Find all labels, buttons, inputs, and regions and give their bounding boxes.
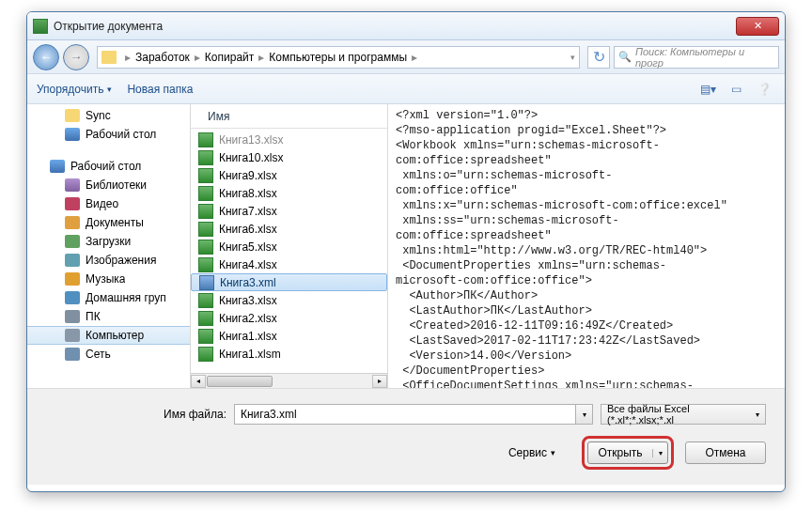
file-row[interactable]: Книга8.xlsx: [191, 184, 387, 202]
file-list[interactable]: Книга13.xlsxКнига10.xlsxКнига9.xlsxКнига…: [191, 129, 387, 373]
h-scrollbar[interactable]: ◂ ▸: [191, 373, 387, 388]
titlebar: Открытие документа ✕: [27, 12, 785, 40]
tree-item[interactable]: Загрузки: [27, 232, 190, 251]
tree-icon: [65, 310, 80, 323]
tree-icon: [65, 254, 80, 267]
file-row[interactable]: Книга2.xlsx: [191, 309, 387, 327]
search-icon: 🔍: [618, 51, 632, 63]
tree-label: Загрузки: [86, 235, 131, 248]
search-input[interactable]: 🔍 Поиск: Компьютеры и прогр: [614, 46, 779, 69]
file-name: Книга1.xlsx: [219, 330, 277, 343]
newfolder-button[interactable]: Новая папка: [127, 83, 193, 96]
tree-label: Домашняя груп: [86, 291, 166, 304]
file-name: Книга1.xlsm: [219, 348, 281, 361]
file-row[interactable]: Книга6.xlsx: [191, 220, 387, 238]
file-row[interactable]: Книга3.xml: [191, 273, 387, 291]
file-row[interactable]: Книга5.xlsx: [191, 238, 387, 256]
open-button[interactable]: Открыть ▾: [587, 441, 668, 464]
tree-icon: [65, 109, 80, 122]
breadcrumb-sep-icon: ▸: [256, 51, 267, 64]
excel-file-icon: [198, 311, 213, 326]
nav-tree[interactable]: SyncРабочий столРабочий столБиблиотекиВи…: [27, 104, 191, 388]
excel-icon: [33, 19, 48, 34]
xml-file-icon: [199, 275, 214, 290]
tree-item[interactable]: Музыка: [27, 270, 190, 288]
search-placeholder: Поиск: Компьютеры и прогр: [635, 46, 774, 69]
file-row[interactable]: Книга13.xlsx: [191, 131, 387, 148]
breadcrumb-sep-icon: ▸: [122, 51, 133, 64]
excel-file-icon: [198, 150, 213, 165]
breadcrumb-sep-icon: ▸: [409, 51, 420, 64]
tree-item[interactable]: Компьютер: [27, 326, 190, 345]
tree-label: Изображения: [86, 254, 156, 267]
file-row[interactable]: Книга7.xlsx: [191, 202, 387, 220]
file-row[interactable]: Книга4.xlsx: [191, 256, 387, 273]
tree-icon: [65, 128, 80, 141]
tree-item[interactable]: Рабочий стол: [27, 157, 190, 176]
tree-label: Видео: [86, 197, 118, 210]
filetype-dropdown[interactable]: Все файлы Excel (*.xl*;*.xlsx;*.xl: [601, 404, 766, 425]
tree-label: Рабочий стол: [86, 128, 156, 141]
tree-item[interactable]: Документы: [27, 213, 190, 232]
column-header-name[interactable]: Имя: [191, 104, 387, 129]
tree-label: Документы: [86, 216, 144, 229]
filename-dropdown-icon[interactable]: ▾: [576, 404, 593, 425]
organize-menu[interactable]: Упорядочить: [37, 83, 112, 96]
tree-item[interactable]: Домашняя груп: [27, 288, 190, 307]
cancel-button[interactable]: Отмена: [685, 441, 766, 464]
file-row[interactable]: Книга1.xlsm: [191, 345, 387, 363]
tree-label: Сеть: [86, 348, 111, 361]
nav-forward-button[interactable]: →: [63, 44, 89, 70]
file-row[interactable]: Книга1.xlsx: [191, 327, 387, 345]
nav-back-button[interactable]: ←: [33, 44, 59, 70]
file-row[interactable]: Книга3.xlsx: [191, 291, 387, 309]
preview-toggle-button[interactable]: ▭: [725, 80, 747, 99]
excel-file-icon: [198, 347, 213, 362]
breadcrumb-item[interactable]: Копирайт: [205, 51, 254, 64]
bottom-panel: Имя файла: ▾ Все файлы Excel (*.xl*;*.xl…: [27, 388, 785, 485]
tree-item[interactable]: Рабочий стол: [27, 125, 190, 144]
scroll-left-icon[interactable]: ◂: [191, 375, 206, 388]
breadcrumb-drop-icon[interactable]: ▾: [570, 53, 575, 62]
tree-icon: [65, 329, 80, 342]
tree-item[interactable]: Видео: [27, 194, 190, 213]
folder-icon: [102, 51, 117, 64]
tree-item[interactable]: ПК: [27, 307, 190, 326]
view-mode-button[interactable]: ▤▾: [696, 80, 719, 99]
excel-file-icon: [198, 257, 213, 272]
tree-item[interactable]: Библиотеки: [27, 176, 190, 194]
window-title: Открытие документа: [54, 20, 736, 33]
file-name: Книга10.xlsx: [219, 151, 283, 164]
excel-file-icon: [198, 240, 213, 255]
navbar: ← → ▸ Заработок ▸ Копирайт ▸ Компьютеры …: [27, 40, 785, 74]
scroll-right-icon[interactable]: ▸: [372, 375, 387, 388]
breadcrumb-item[interactable]: Компьютеры и программы: [269, 51, 407, 64]
toolbar: Упорядочить Новая папка ▤▾ ▭ ❔: [27, 74, 785, 104]
file-name: Книга7.xlsx: [219, 205, 277, 218]
close-button[interactable]: ✕: [736, 17, 779, 36]
file-pane: Имя Книга13.xlsxКнига10.xlsxКнига9.xlsxК…: [191, 104, 388, 388]
refresh-button[interactable]: ↻: [587, 46, 610, 69]
tree-item[interactable]: Сеть: [27, 345, 190, 364]
excel-file-icon: [198, 132, 213, 147]
filename-label: Имя файла:: [27, 408, 234, 421]
excel-file-icon: [198, 293, 213, 308]
breadcrumb[interactable]: ▸ Заработок ▸ Копирайт ▸ Компьютеры и пр…: [97, 46, 580, 69]
scroll-thumb[interactable]: [207, 376, 273, 387]
file-row[interactable]: Книга9.xlsx: [191, 166, 387, 184]
file-name: Книга8.xlsx: [219, 187, 277, 200]
tree-label: ПК: [86, 310, 101, 323]
tree-item[interactable]: Sync: [27, 106, 190, 125]
main-area: SyncРабочий столРабочий столБиблиотекиВи…: [27, 104, 785, 388]
tree-label: Sync: [86, 109, 111, 122]
filename-input[interactable]: [234, 404, 576, 425]
excel-file-icon: [198, 204, 213, 219]
file-row[interactable]: Книга10.xlsx: [191, 148, 387, 166]
tree-icon: [65, 197, 80, 210]
tree-icon: [65, 178, 80, 192]
tree-item[interactable]: Изображения: [27, 251, 190, 270]
breadcrumb-item[interactable]: Заработок: [135, 51, 190, 64]
service-menu[interactable]: Сервис: [508, 446, 555, 459]
open-split-icon[interactable]: ▾: [652, 449, 667, 457]
help-button[interactable]: ❔: [753, 80, 775, 99]
